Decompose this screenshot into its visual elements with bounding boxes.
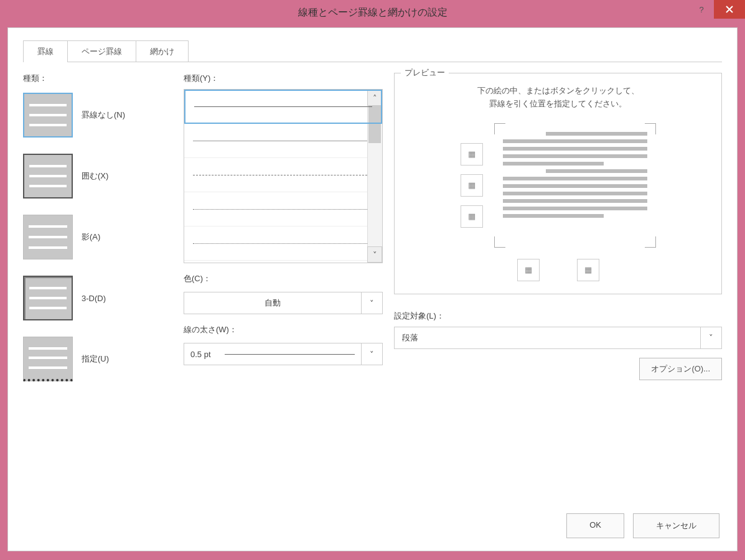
style-scroll-down[interactable]: ˅ bbox=[367, 246, 382, 263]
setting-box[interactable]: 囲む(X) bbox=[23, 154, 172, 198]
color-value: 自動 bbox=[184, 292, 361, 314]
preview-left-buttons: ▦ ▦ ▦ bbox=[461, 143, 483, 228]
dialog-window: 線種とページ罫線と網かけの設定 ? 罫線 ページ罫線 網かけ 種類： 罫線なし(… bbox=[0, 0, 745, 560]
setting-3d-label: 3-D(D) bbox=[82, 294, 106, 303]
width-dropdown-btn[interactable]: ˅ bbox=[361, 343, 382, 365]
help-button[interactable]: ? bbox=[689, 0, 714, 19]
tab-underline bbox=[23, 62, 722, 62]
setting-box-label: 囲む(X) bbox=[82, 170, 108, 182]
preview-area: ▦ ▦ ▦ bbox=[405, 123, 711, 248]
border-bottom-button[interactable]: ▦ bbox=[461, 205, 483, 228]
apply-to-row: 設定対象(L)： 段落 ˅ オプション(O)... bbox=[394, 308, 722, 380]
cancel-button[interactable]: キャンセル bbox=[633, 513, 719, 538]
preview-fieldset: プレビュー 下の絵の中、またはボタンをクリックして、 罫線を引く位置を指定してく… bbox=[394, 73, 722, 294]
preview-hint-1: 下の絵の中、またはボタンをクリックして、 bbox=[405, 85, 711, 98]
preview-legend: プレビュー bbox=[401, 67, 449, 78]
setting-custom[interactable]: 指定(U) bbox=[23, 337, 172, 381]
corner-tr bbox=[645, 123, 656, 134]
setting-shadow-thumb bbox=[23, 215, 73, 259]
tab-borders[interactable]: 罫線 bbox=[23, 40, 68, 62]
preview-column: プレビュー 下の絵の中、またはボタンをクリックして、 罫線を引く位置を指定してく… bbox=[394, 70, 722, 381]
width-preview-line bbox=[225, 354, 355, 355]
preview-hint-2: 罫線を引く位置を指定してください。 bbox=[405, 98, 711, 111]
border-top-button[interactable]: ▦ bbox=[461, 143, 483, 166]
setting-custom-label: 指定(U) bbox=[82, 353, 109, 365]
setting-column: 種類： 罫線なし(N) 囲む(X) 影(A) bbox=[23, 70, 172, 381]
apply-to-value: 段落 bbox=[395, 327, 700, 348]
setting-3d-thumb bbox=[23, 276, 73, 320]
style-row-5[interactable] bbox=[184, 226, 382, 261]
width-text: 0.5 pt bbox=[190, 350, 211, 359]
style-row-1[interactable] bbox=[184, 90, 382, 124]
tab-shading[interactable]: 網かけ bbox=[136, 40, 189, 62]
style-listbox[interactable]: ˄ ˅ bbox=[184, 89, 383, 263]
apply-to-label: 設定対象(L)： bbox=[394, 310, 722, 322]
tab-strip: 罫線 ページ罫線 網かけ bbox=[23, 40, 737, 62]
content: 種類： 罫線なし(N) 囲む(X) 影(A) bbox=[8, 63, 737, 381]
setting-custom-thumb bbox=[23, 337, 73, 381]
setting-shadow-label: 影(A) bbox=[82, 231, 100, 243]
setting-shadow[interactable]: 影(A) bbox=[23, 215, 172, 259]
corner-tl bbox=[494, 123, 505, 134]
setting-none[interactable]: 罫線なし(N) bbox=[23, 93, 172, 138]
style-row-3[interactable] bbox=[184, 158, 382, 192]
close-icon bbox=[725, 5, 734, 14]
border-hcenter-button[interactable]: ▦ bbox=[461, 174, 483, 197]
style-column: 種類(Y)： ˄ ˅ 色(C)： 自動 ˅ 線の太さ(W) bbox=[184, 70, 383, 381]
style-row-4[interactable] bbox=[184, 192, 382, 226]
ok-button[interactable]: OK bbox=[566, 513, 624, 538]
width-label: 線の太さ(W)： bbox=[184, 324, 383, 335]
setting-box-thumb bbox=[23, 154, 73, 198]
preview-textlines bbox=[503, 132, 647, 218]
preview-bottom-buttons: ▦ ▦ bbox=[405, 259, 711, 281]
setting-3d[interactable]: 3-D(D) bbox=[23, 276, 172, 320]
corner-bl bbox=[494, 236, 505, 248]
preview-canvas[interactable] bbox=[494, 123, 656, 248]
client-area: 罫線 ページ罫線 網かけ 種類： 罫線なし(N) 囲む(X) bbox=[7, 27, 738, 551]
corner-br bbox=[645, 236, 656, 248]
apply-to-dropdown-btn[interactable]: ˅ bbox=[700, 327, 721, 348]
color-label: 色(C)： bbox=[184, 273, 383, 284]
setting-label: 種類： bbox=[23, 73, 172, 84]
preview-hint: 下の絵の中、またはボタンをクリックして、 罫線を引く位置を指定してください。 bbox=[405, 85, 711, 111]
options-button[interactable]: オプション(O)... bbox=[639, 358, 722, 380]
apply-to-dropdown[interactable]: 段落 ˅ bbox=[394, 327, 722, 349]
width-value: 0.5 pt bbox=[184, 343, 361, 365]
border-left-button[interactable]: ▦ bbox=[517, 259, 540, 281]
dialog-footer: OK キャンセル bbox=[566, 513, 719, 538]
setting-list: 罫線なし(N) 囲む(X) 影(A) 3-D(D) bbox=[23, 93, 172, 381]
color-dropdown[interactable]: 自動 ˅ bbox=[184, 292, 383, 314]
titlebar-buttons: ? bbox=[689, 0, 745, 19]
setting-none-label: 罫線なし(N) bbox=[82, 110, 125, 121]
border-right-button[interactable]: ▦ bbox=[577, 259, 599, 281]
close-button[interactable] bbox=[714, 0, 745, 19]
style-row-2[interactable] bbox=[184, 124, 382, 158]
setting-none-thumb bbox=[23, 93, 73, 138]
color-dropdown-btn[interactable]: ˅ bbox=[361, 292, 382, 314]
dialog-title: 線種とページ罫線と網かけの設定 bbox=[298, 6, 447, 19]
style-label: 種類(Y)： bbox=[184, 73, 383, 84]
width-dropdown[interactable]: 0.5 pt ˅ bbox=[184, 343, 383, 365]
titlebar: 線種とページ罫線と網かけの設定 ? bbox=[0, 0, 745, 25]
tab-page-border[interactable]: ページ罫線 bbox=[67, 40, 136, 62]
